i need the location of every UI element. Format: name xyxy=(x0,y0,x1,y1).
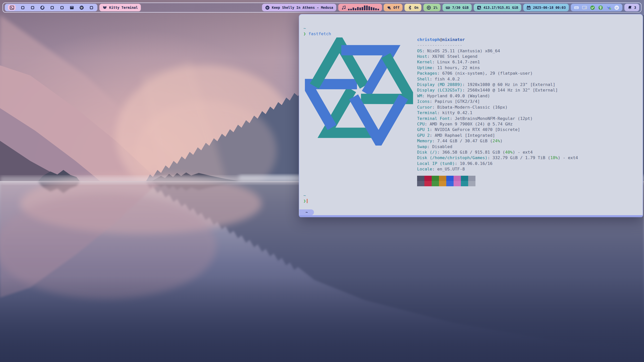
fetch-line: Host: X670E Steel Legend xyxy=(417,54,639,59)
visualizer-bar xyxy=(366,6,368,10)
palette-swatch xyxy=(468,176,475,181)
palette-swatch xyxy=(439,181,446,186)
wifi-off-icon xyxy=(387,5,391,10)
workspace-9-square-icon[interactable] xyxy=(89,5,94,10)
fetch-line: Disk (/): 366.58 GiB / 915.81 GiB (40%) … xyxy=(417,150,639,155)
window-title-label: Kitty Terminal xyxy=(109,6,138,10)
visualizer-bar xyxy=(361,7,363,10)
terminal-bottom-border xyxy=(299,215,643,217)
visualizer-bar xyxy=(364,6,365,10)
notification-count: 3 xyxy=(634,6,636,10)
fetch-line: Locale: en_US.UTF-8 xyxy=(417,166,639,172)
palette-swatch xyxy=(446,176,454,181)
fetch-line: Memory: 7.44 GiB / 30.47 GiB (24%) xyxy=(417,138,639,144)
workspace-2-square-icon[interactable] xyxy=(20,5,25,10)
prompt-command-line: ❯ fastfetch xyxy=(303,31,639,37)
spotify-icon xyxy=(265,5,270,10)
workspace-8-spotify-icon[interactable] xyxy=(79,5,84,10)
fetch-line: Terminal: kitty 0.42.1 xyxy=(417,110,639,116)
fetch-line: CPU: AMD Ryzen 9 7900X (24) @ 5.74 GHz xyxy=(417,121,639,127)
bluetooth-module[interactable]: On xyxy=(405,4,421,11)
prompt-path-line: ~ xyxy=(303,26,639,31)
workspace-3-square-icon[interactable] xyxy=(30,5,35,10)
palette-swatch xyxy=(461,181,468,186)
fetch-line: Shell: fish 4.0.2 xyxy=(417,76,639,82)
terminal-content: ~ ❯ fastfetch christoph@nixinator-------… xyxy=(299,15,642,215)
cpu-label: 1% xyxy=(433,6,437,10)
disk-module[interactable]: 413.17/915.81 GiB xyxy=(474,4,521,11)
check-circle-icon[interactable] xyxy=(590,5,595,10)
terminal-color-palette xyxy=(417,176,639,186)
calendar-icon xyxy=(526,5,531,10)
network-module[interactable]: Off xyxy=(384,4,403,11)
bar-right-section: 85%OffOn1%7/30 GiB413.17/915.81 GiB2025-… xyxy=(363,4,639,11)
visualizer-bar xyxy=(373,8,374,10)
palette-swatch xyxy=(432,181,439,186)
hard-drive-icon xyxy=(477,5,481,10)
visualizer-bar xyxy=(350,9,352,10)
palette-swatch xyxy=(454,181,461,186)
visualizer-bar xyxy=(348,9,349,10)
text-cursor xyxy=(307,199,308,203)
active-window-title[interactable]: Kitty Terminal xyxy=(99,4,141,11)
palette-swatch xyxy=(446,181,454,186)
notifications-module[interactable]: 3 xyxy=(624,4,639,11)
palette-swatch xyxy=(424,176,432,181)
memory-module[interactable]: 7/30 GiB xyxy=(442,4,472,11)
terminal-tab[interactable]: ~ xyxy=(299,209,314,215)
kitty-terminal-window[interactable]: ~ ❯ fastfetch christoph@nixinator-------… xyxy=(299,14,643,217)
music-note-icon xyxy=(341,5,346,10)
key-icon[interactable] xyxy=(598,5,603,10)
fetch-line: Local IP (tun0): 10.96.0.16/16 xyxy=(417,161,639,166)
network-label: Off xyxy=(393,6,399,10)
vpn-check-icon[interactable] xyxy=(606,5,611,10)
workspace-4-firefox-icon[interactable] xyxy=(39,5,45,10)
visualizer-bar xyxy=(359,8,361,10)
workspace-1-terminal-icon[interactable] xyxy=(8,5,16,10)
palette-swatch xyxy=(439,176,446,181)
keyboard-icon[interactable] xyxy=(574,5,579,10)
workspace-6-square-icon[interactable] xyxy=(59,5,65,10)
palette-swatch xyxy=(417,176,424,181)
fetch-line: WM: Hyprland 0.49.0 (Wayland) xyxy=(417,93,639,99)
system-modules: 85%OffOn1%7/30 GiB413.17/915.81 GiB2025-… xyxy=(363,4,569,11)
fetch-line: Disk (/home/christoph/Games): 332.79 GiB… xyxy=(417,155,639,161)
fetch-line: ------------------ xyxy=(417,42,639,48)
palette-swatch xyxy=(432,176,439,181)
cpu-module[interactable]: 1% xyxy=(423,4,440,11)
clock-label: 2025-06-18 00:03 xyxy=(533,6,566,10)
tab-label: ~ xyxy=(305,210,308,215)
bluetooth-icon xyxy=(408,5,412,10)
bell-icon xyxy=(627,5,632,10)
fetch-line: Uptime: 11 hours, 22 mins xyxy=(417,65,639,71)
fetch-line: Kernel: Linux 6.14.7-zen1 xyxy=(417,59,639,65)
clock-module[interactable]: 2025-06-18 00:03 xyxy=(523,4,569,11)
bottom-prompt: ~ ❯ xyxy=(303,193,639,204)
fetch-line: Cursor: Bibata-Modern-Classic (16px) xyxy=(417,105,639,110)
memory-label: 7/30 GiB xyxy=(452,6,469,10)
workspace-5-square-icon[interactable] xyxy=(49,5,55,10)
bar-center-section: Keep Shelly In Athens - Medusa xyxy=(262,4,382,11)
visualizer-bars xyxy=(348,5,379,10)
palette-swatch xyxy=(461,176,468,181)
palette-swatch xyxy=(468,181,475,186)
fetch-line: Icons: Papirus [GTK2/3/4] xyxy=(417,99,639,104)
workspace-7-window-icon[interactable] xyxy=(69,5,74,10)
fetch-line: Display (MD 20889): 1920x1080 @ 60 Hz in… xyxy=(417,82,639,87)
fetch-line: christoph@nixinator xyxy=(417,37,639,42)
visualizer-bar xyxy=(375,8,377,10)
palette-swatch xyxy=(454,176,461,181)
spotify-icon[interactable] xyxy=(614,5,619,10)
palette-swatch xyxy=(417,181,424,186)
screen-lock-icon[interactable] xyxy=(582,5,587,10)
fetch-line: GPU 2: AMD Raphael [Integrated] xyxy=(417,133,639,138)
fastfetch-output: christoph@nixinator------------------OS:… xyxy=(303,37,639,186)
fetch-line: Swap: Disabled xyxy=(417,144,639,150)
bluetooth-label: On xyxy=(414,6,418,10)
fastfetch-info: christoph@nixinator------------------OS:… xyxy=(417,37,639,186)
fetch-line: Packages: 6706 (nix-system), 29 (flatpak… xyxy=(417,71,639,76)
visualizer-bar xyxy=(352,8,354,10)
media-track-label: Keep Shelly In Athens - Medusa xyxy=(272,6,333,10)
media-player-module[interactable]: Keep Shelly In Athens - Medusa xyxy=(262,4,336,11)
bar-left-section: Kitty Terminal xyxy=(5,4,141,11)
